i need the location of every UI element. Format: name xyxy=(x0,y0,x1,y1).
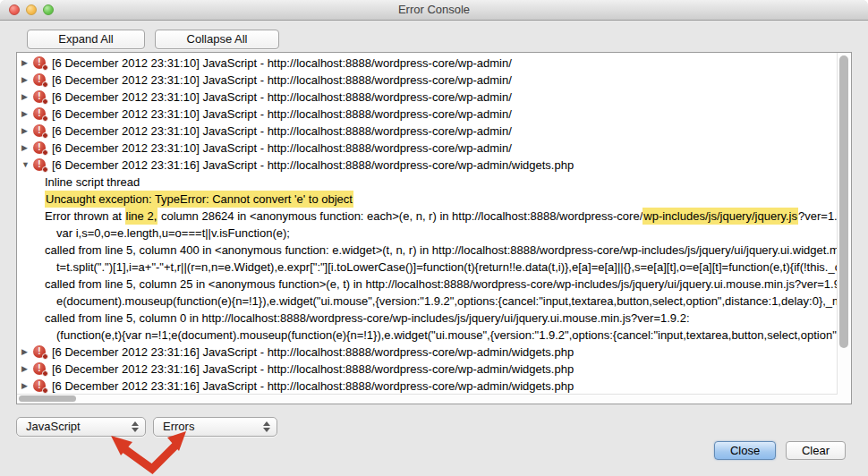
disclosure-collapsed-icon[interactable]: ▶ xyxy=(21,344,32,361)
error-icon: ! xyxy=(33,124,46,137)
error-count-badge-icon xyxy=(42,149,48,156)
error-count-badge-icon xyxy=(42,81,48,88)
error-row[interactable]: ▶![6 December 2012 23:31:16] JavaScript … xyxy=(17,361,837,378)
disclosure-collapsed-icon[interactable]: ▶ xyxy=(21,123,32,140)
error-list: ▶![6 December 2012 23:31:10] JavaScript … xyxy=(16,52,852,404)
highlighted-segment: wp-includes/js/jquery/jquery.js xyxy=(642,208,798,225)
detail-segment: called from line 5, column 400 in <anony… xyxy=(45,243,837,257)
error-icon: ! xyxy=(33,107,46,120)
detail-segment: var i,s=0,o=e.length,u=o===t||v.isFuncti… xyxy=(56,226,290,240)
disclosure-collapsed-icon[interactable]: ▶ xyxy=(21,361,32,378)
error-row-text: [6 December 2012 23:31:10] JavaScript - … xyxy=(52,141,512,155)
error-row[interactable]: ▶![6 December 2012 23:31:10] JavaScript … xyxy=(17,55,837,72)
error-count-badge-icon xyxy=(42,115,48,122)
error-row[interactable]: ▶![6 December 2012 23:31:10] JavaScript … xyxy=(17,72,837,89)
error-detail-line: t=t.split(".")[1],i=a+"-"+t,r||(r=n,n=e.… xyxy=(17,259,837,276)
error-row-text: [6 December 2012 23:31:10] JavaScript - … xyxy=(52,90,512,104)
select-stepper-icon xyxy=(132,421,139,432)
disclosure-collapsed-icon[interactable]: ▶ xyxy=(21,72,32,89)
error-row-text: [6 December 2012 23:31:10] JavaScript - … xyxy=(52,73,512,87)
close-button[interactable]: Close xyxy=(714,441,776,460)
error-count-badge-icon xyxy=(42,132,48,139)
error-icon: ! xyxy=(33,158,46,171)
disclosure-collapsed-icon[interactable]: ▶ xyxy=(21,106,32,123)
error-row-text: [6 December 2012 23:31:16] JavaScript - … xyxy=(52,345,574,359)
detail-segment: e(document).mouseup(function(e){n=!1}),e… xyxy=(56,294,837,308)
scrollbar-corner xyxy=(838,395,851,404)
detail-segment: ?ver=1.8.3 xyxy=(798,209,837,223)
window-controls xyxy=(9,4,54,15)
detail-segment: called from line 5, column 25 in <anonym… xyxy=(45,277,837,291)
error-count-badge-icon xyxy=(42,64,48,71)
detail-segment: called from line 5, column 0 in http://l… xyxy=(45,311,690,325)
error-row[interactable]: ▶![6 December 2012 23:31:16] JavaScript … xyxy=(17,378,837,394)
detail-segment: Error thrown at xyxy=(45,209,125,223)
error-console-window: Error Console Expand All Collapse All ▶!… xyxy=(0,0,868,476)
zoom-window-icon[interactable] xyxy=(43,4,54,15)
disclosure-collapsed-icon[interactable]: ▶ xyxy=(21,378,32,394)
disclosure-collapsed-icon[interactable]: ▶ xyxy=(21,55,32,72)
error-row[interactable]: ▼![6 December 2012 23:31:16] JavaScript … xyxy=(17,157,837,174)
error-detail-line: var i,s=0,o=e.length,u=o===t||v.isFuncti… xyxy=(17,225,837,242)
error-icon: ! xyxy=(33,379,46,392)
error-detail-line: Uncaught exception: TypeError: Cannot co… xyxy=(17,191,837,208)
error-row-text: [6 December 2012 23:31:10] JavaScript - … xyxy=(52,56,512,70)
source-filter-value: JavaScript xyxy=(26,420,81,433)
select-stepper-icon xyxy=(263,421,270,432)
error-icon: ! xyxy=(33,90,46,103)
level-filter-select[interactable]: Errors xyxy=(153,417,277,437)
error-icon: ! xyxy=(33,73,46,86)
error-row-text: [6 December 2012 23:31:10] JavaScript - … xyxy=(52,124,512,138)
close-window-icon[interactable] xyxy=(9,4,20,15)
error-row-text: [6 December 2012 23:31:16] JavaScript - … xyxy=(52,158,574,172)
error-detail-line: e(document).mouseup(function(e){n=!1}),e… xyxy=(17,293,837,310)
error-count-badge-icon xyxy=(42,387,48,394)
error-count-badge-icon xyxy=(42,166,48,173)
title-bar: Error Console xyxy=(0,0,868,21)
level-filter-value: Errors xyxy=(163,420,194,433)
collapse-all-button[interactable]: Collapse All xyxy=(155,30,279,49)
error-icon: ! xyxy=(33,56,46,69)
error-detail-line: called from line 5, column 0 in http://l… xyxy=(17,310,837,327)
error-row[interactable]: ▶![6 December 2012 23:31:10] JavaScript … xyxy=(17,123,837,140)
error-detail-line: called from line 5, column 25 in <anonym… xyxy=(17,276,837,293)
disclosure-collapsed-icon[interactable]: ▶ xyxy=(21,140,32,157)
error-count-badge-icon xyxy=(42,353,48,360)
error-row[interactable]: ▶![6 December 2012 23:31:10] JavaScript … xyxy=(17,89,837,106)
clear-button[interactable]: Clear xyxy=(786,441,846,460)
detail-segment: (function(e,t){var n=!1;e(document).mous… xyxy=(56,328,837,342)
error-count-badge-icon xyxy=(42,370,48,377)
vertical-scrollbar-thumb[interactable] xyxy=(839,55,848,348)
error-row[interactable]: ▶![6 December 2012 23:31:16] JavaScript … xyxy=(17,344,837,361)
detail-segment: Inline script thread xyxy=(45,175,140,189)
disclosure-expanded-icon[interactable]: ▼ xyxy=(21,157,32,174)
disclosure-collapsed-icon[interactable]: ▶ xyxy=(21,89,32,106)
error-count-badge-icon xyxy=(42,98,48,105)
source-filter-select[interactable]: JavaScript xyxy=(16,417,146,437)
error-row[interactable]: ▶![6 December 2012 23:31:10] JavaScript … xyxy=(17,106,837,123)
error-detail-line: Error thrown at line 2, column 28624 in … xyxy=(17,208,837,225)
highlighted-segment: line 2, xyxy=(125,208,158,225)
expand-all-button[interactable]: Expand All xyxy=(27,30,145,49)
error-row-text: [6 December 2012 23:31:16] JavaScript - … xyxy=(52,362,574,376)
error-icon: ! xyxy=(33,141,46,154)
error-detail-line: (function(e,t){var n=!1;e(document).mous… xyxy=(17,327,837,344)
error-row-text: [6 December 2012 23:31:16] JavaScript - … xyxy=(52,379,574,393)
error-row-text: [6 December 2012 23:31:10] JavaScript - … xyxy=(52,107,512,121)
horizontal-scrollbar[interactable] xyxy=(17,394,838,404)
error-row[interactable]: ▶![6 December 2012 23:31:10] JavaScript … xyxy=(17,140,837,157)
error-icon: ! xyxy=(33,345,46,358)
detail-segment: column 28624 in <anonymous function: eac… xyxy=(157,209,642,223)
vertical-scrollbar[interactable] xyxy=(837,53,851,395)
window-title: Error Console xyxy=(0,0,868,20)
highlighted-segment: Uncaught exception: TypeError: Cannot co… xyxy=(45,191,353,208)
error-detail-line: Inline script thread xyxy=(17,174,837,191)
error-detail-line: called from line 5, column 400 in <anony… xyxy=(17,242,837,259)
minimize-window-icon[interactable] xyxy=(26,4,37,15)
detail-segment: t=t.split(".")[1],i=a+"-"+t,r||(r=n,n=e.… xyxy=(56,260,837,274)
console-content: ▶![6 December 2012 23:31:10] JavaScript … xyxy=(17,55,837,394)
error-icon: ! xyxy=(33,362,46,375)
horizontal-scrollbar-thumb[interactable] xyxy=(19,395,76,402)
